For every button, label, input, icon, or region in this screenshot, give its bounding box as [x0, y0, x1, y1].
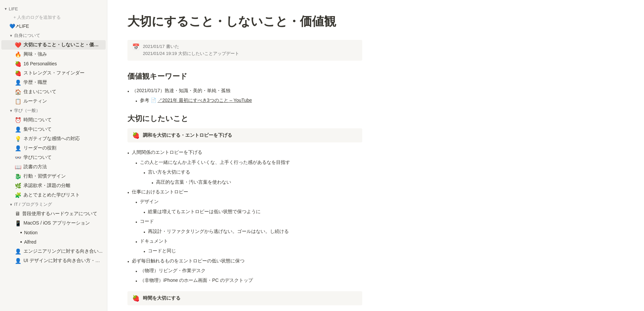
sidebar-item-leader[interactable]: 👤 リーダーの役割: [1, 143, 106, 153]
glasses-icon: 👓: [15, 154, 21, 161]
sidebar-item-learn-list[interactable]: 🧩 あとでまとめた学びリスト: [1, 190, 106, 200]
sidebar-section-it[interactable]: ▼ IT / プログラミング: [1, 200, 106, 209]
sidebar-item-strengths-label: ストレングス・ファインダー: [23, 70, 85, 76]
sidebar-item-16p-label: 16 Personalities: [23, 61, 57, 66]
sidebar-item-negative[interactable]: 💡 ネガティブな感情への対応: [1, 134, 106, 143]
date-lines: 2021/01/17 書いた 2021/01/24 19:19 大切にしたいこと…: [143, 43, 239, 57]
sidebar-item-life-link[interactable]: 💙↗LIFE: [1, 21, 106, 31]
list-item: （非物理）iPhone のホーム画面・PC のデスクトップ: [127, 276, 624, 286]
harmony-b11: 必ず毎日触れるものをエントロピーの低い状態に保つ: [132, 257, 245, 264]
sidebar-section-life-label: LIFE: [9, 6, 18, 11]
date-line2: 2021/01/24 19:19 大切にしたいことアップデート: [143, 50, 239, 57]
harmony-b8: 再設計・リファクタリングから逃げない。ゴールはない。し続ける: [148, 228, 289, 235]
callout-harmony-icon: 🍓: [132, 132, 140, 139]
clock-icon: ⏰: [15, 117, 21, 123]
sidebar-item-16personalities[interactable]: 🍓 16 Personalities: [1, 59, 106, 68]
sidebar-section-study[interactable]: ▼ 学び（一般）: [1, 106, 106, 115]
puzzle-icon: 🧩: [15, 192, 21, 198]
keywords-list: （2021/01/17）熟達・知識・美的・単純・孤独 参考 📄 ↗2021年 最…: [127, 86, 624, 106]
sidebar-item-approval[interactable]: 🌿 承認欲求・課題の分離: [1, 181, 106, 190]
add-log-button[interactable]: + 人生のログを追加する: [0, 13, 107, 21]
harmony-b9: ドキュメント: [140, 237, 168, 245]
keyword-item-1: （2021/01/17）熟達・知識・美的・単純・孤独: [132, 87, 230, 94]
bullet-icon: [136, 98, 137, 105]
list-item: 総量は増えてもエントロピーは低い状態で保つように: [127, 207, 624, 217]
sidebar-item-alfred-label: Alfred: [24, 239, 37, 245]
list-item: 高圧的な言葉・汚い言葉を使わない: [127, 178, 624, 187]
sidebar-item-apps-label: MacOS / iOS アプリケーション: [23, 220, 90, 226]
bulb-icon: 💡: [15, 136, 21, 142]
list-item: ドキュメント: [127, 237, 624, 246]
sidebar-item-leader-label: リーダーの役割: [23, 145, 56, 151]
chevron-down-icon: ▼: [9, 34, 13, 38]
sidebar-item-focus-label: 集中について: [23, 126, 52, 132]
sidebar-item-learning[interactable]: 👓 学びについて: [1, 153, 106, 162]
sidebar-item-notion-label: Notion: [24, 230, 38, 235]
harmony-b2: 言い方を大切にする: [148, 168, 190, 176]
sidebar-section-it-label: IT / プログラミング: [14, 201, 52, 207]
section-important: 大切にしたいこと: [127, 114, 624, 124]
harmony-b13: （非物理）iPhone のホーム画面・PC のデスクトップ: [140, 276, 253, 284]
sidebar-item-time[interactable]: ⏰ 時間について: [1, 115, 106, 125]
sidebar-item-notion[interactable]: ▪️ Notion: [1, 228, 106, 237]
sidebar-item-ui-design[interactable]: 👤 UI デザインに対する向き合い方・心...: [1, 256, 106, 265]
sidebar-item-values[interactable]: ❤️ 大切にすること・しないこと・価値観: [1, 40, 106, 50]
sidebar-item-engineering[interactable]: 👤 エンジニアリングに対する向き合い...: [1, 247, 106, 256]
ref-link-anchor[interactable]: ↗2021年 最初にすべき3つのこと – YouTube: [158, 98, 252, 103]
date-line1: 2021/01/17 書いた: [143, 43, 239, 50]
person-icon: 👤: [15, 79, 21, 86]
sidebar-item-ui-label: UI デザインに対する向き合い方・心...: [23, 258, 103, 264]
list-item: 人間関係のエントロピーを下げる: [127, 148, 624, 158]
bullet-icon: [136, 268, 137, 275]
list-item: （2021/01/17）熟達・知識・美的・単純・孤独: [127, 86, 624, 96]
callout-time-icon: 🍓: [132, 295, 140, 302]
bullet-icon: [144, 209, 145, 216]
sidebar-section-life[interactable]: ▼ LIFE: [1, 4, 106, 13]
date-block: 📅 2021/01/17 書いた 2021/01/24 19:19 大切にしたい…: [127, 40, 362, 61]
leaf-icon: 🌿: [15, 183, 21, 189]
alfred-icon: ▪️: [20, 239, 22, 245]
sidebar-item-routine[interactable]: 📋 ルーティン: [1, 97, 106, 106]
sidebar-item-focus[interactable]: 👤 集中について: [1, 125, 106, 134]
sidebar-item-alfred[interactable]: ▪️ Alfred: [1, 237, 106, 247]
harmony-b1: この人と一緒になんか上手くいくな、上手く行った感があるなを目指す: [140, 159, 290, 166]
sidebar-item-habits[interactable]: 🐉 行動・習慣デザイン: [1, 172, 106, 181]
sidebar-item-hardware[interactable]: 🖥 普段使用するハードウェアについて: [1, 209, 106, 219]
sidebar-item-apps[interactable]: 📱 MacOS / iOS アプリケーション: [1, 219, 106, 228]
heart-icon: ❤️: [15, 42, 21, 48]
list-item: 再設計・リファクタリングから逃げない。ゴールはない。し続ける: [127, 227, 624, 237]
sidebar-item-reading-label: 読書の方法: [23, 164, 47, 170]
home-icon: 🏠: [15, 89, 21, 95]
monitor-icon: 🖥: [15, 211, 20, 217]
callout-harmony: 🍓 調和を大切にする・エントロピーを下げる: [127, 128, 362, 142]
bullet-icon: [152, 179, 153, 187]
strawberry2-icon: 🍓: [15, 70, 21, 76]
harmony-b10: コードと同じ: [148, 247, 176, 254]
harmony-b12: （物理）リビング・作業デスク: [140, 267, 206, 274]
sidebar-item-reading[interactable]: 📖 読書の方法: [1, 162, 106, 172]
list-item: コードと同じ: [127, 246, 624, 256]
dragon-icon: 🐉: [15, 173, 21, 180]
sidebar-section-about[interactable]: ▼ 自身について: [1, 31, 106, 40]
leader-icon: 👤: [15, 145, 21, 151]
list-item: コード: [127, 217, 624, 227]
sidebar-item-strengths[interactable]: 🍓 ストレングス・ファインダー: [1, 68, 106, 78]
sidebar-item-career[interactable]: 👤 学歴・職歴: [1, 78, 106, 87]
sidebar-item-hardware-label: 普段使用するハードウェアについて: [22, 211, 97, 217]
sidebar: ▼ LIFE + 人生のログを追加する 💙↗LIFE ▼ 自身について ❤️ 大…: [0, 0, 107, 311]
focus-icon: 👤: [15, 126, 21, 133]
ref-link: 参考 📄 ↗2021年 最初にすべき3つのこと – YouTube: [140, 97, 252, 104]
sidebar-item-home-label: 住まいについて: [23, 89, 56, 95]
sidebar-item-interests[interactable]: 🔥 興味・強み: [1, 50, 106, 59]
bullet-icon: [136, 238, 137, 246]
callout-harmony-text: 調和を大切にする・エントロピーを下げる: [143, 132, 232, 138]
sidebar-item-home[interactable]: 🏠 住まいについて: [1, 87, 106, 97]
list-item: 仕事におけるエントロピー: [127, 187, 624, 197]
harmony-b0: 人間関係のエントロピーを下げる: [132, 148, 202, 156]
book-icon: 📖: [15, 164, 21, 170]
sidebar-item-approval-label: 承認欲求・課題の分離: [23, 183, 70, 189]
chevron-down-icon: ▼: [4, 7, 7, 11]
harmony-b4: 仕事におけるエントロピー: [132, 188, 188, 195]
chevron-down-icon: ▼: [9, 109, 13, 113]
bullet-icon: [127, 149, 129, 157]
